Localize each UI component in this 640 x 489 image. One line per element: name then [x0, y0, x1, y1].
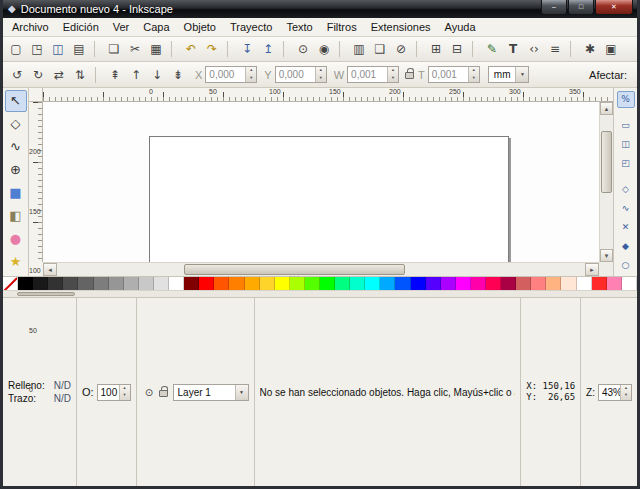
zoom-input[interactable]: 43% ▲▼: [598, 384, 632, 401]
fill-value[interactable]: N/D: [54, 380, 71, 391]
group-button[interactable]: ⊞: [426, 39, 446, 59]
swatch-969696[interactable]: [109, 277, 124, 290]
lower-to-bottom-button[interactable]: ⇟: [168, 65, 188, 85]
menu-edicion[interactable]: Edición: [56, 18, 106, 36]
swatch-e1e1e1[interactable]: [154, 277, 169, 290]
spinner-arrows[interactable]: ▲▼: [245, 67, 256, 82]
swatch-ffb380[interactable]: [546, 277, 561, 290]
flip-horizontal-button[interactable]: ⇄: [49, 65, 69, 85]
maximize-button[interactable]: □: [568, 0, 594, 15]
swatch-4b4b4b[interactable]: [63, 277, 78, 290]
swatch-ff5500[interactable]: [214, 277, 229, 290]
close-button[interactable]: ✕: [595, 0, 633, 15]
menu-ayuda[interactable]: Ayuda: [438, 18, 483, 36]
swatch-ffaa00[interactable]: [245, 277, 260, 290]
unit-select[interactable]: mm ▼: [488, 66, 530, 83]
vertical-ruler[interactable]: 200150100500: [29, 102, 43, 262]
menu-filtros[interactable]: Filtros: [320, 18, 364, 36]
swatch-ff00aa[interactable]: [471, 277, 486, 290]
scrollbar-handle[interactable]: ···: [184, 264, 406, 275]
menu-objeto[interactable]: Objeto: [177, 18, 223, 36]
print-button[interactable]: ▤: [69, 39, 89, 59]
raise-button[interactable]: ↑: [126, 65, 146, 85]
unlink-clone-button[interactable]: ⊘: [391, 39, 411, 59]
swatch-d35f5f[interactable]: [516, 277, 531, 290]
swatch-00ff00[interactable]: [320, 277, 335, 290]
swatch-ff0055[interactable]: [486, 277, 501, 290]
scrollbar-handle[interactable]: [601, 131, 612, 193]
import-button[interactable]: ↧: [237, 39, 257, 59]
swatch-191919[interactable]: [33, 277, 48, 290]
swatch-afafaf[interactable]: [124, 277, 139, 290]
rectangle-tool[interactable]: ■: [5, 182, 27, 204]
document-properties-button[interactable]: ▣: [601, 39, 621, 59]
swatch-00aaff[interactable]: [380, 277, 395, 290]
swatch-0000ff[interactable]: [411, 277, 426, 290]
menu-capa[interactable]: Capa: [136, 18, 176, 36]
menu-archivo[interactable]: Archivo: [5, 18, 56, 36]
text-dialog-button[interactable]: T: [503, 39, 523, 59]
lock-ratio-icon[interactable]: [405, 72, 414, 79]
menu-extensiones[interactable]: Extensiones: [364, 18, 438, 36]
redo-button[interactable]: ↷: [202, 39, 222, 59]
opacity-input[interactable]: 100 ▲▼: [97, 384, 131, 401]
rotate-90-cw-button[interactable]: ↻: [28, 65, 48, 85]
preferences-button[interactable]: ✱: [580, 39, 600, 59]
box3d-tool[interactable]: ◧: [5, 205, 27, 227]
flip-vertical-button[interactable]: ⇅: [70, 65, 90, 85]
swatch-646464[interactable]: [78, 277, 93, 290]
align-dialog-button[interactable]: ≡: [545, 39, 565, 59]
export-button[interactable]: ↥: [258, 39, 278, 59]
swatch-5500ff[interactable]: [426, 277, 441, 290]
spinner-arrows[interactable]: ▲▼: [119, 385, 130, 400]
swatch-000000[interactable]: [18, 277, 33, 290]
swatch-800000[interactable]: [184, 277, 199, 290]
title-bar[interactable]: ◆ Documento nuevo 4 - Inkscape – □ ✕: [3, 0, 637, 18]
spinner-arrows[interactable]: ▲▼: [315, 67, 326, 82]
swatch-aa00ff[interactable]: [441, 277, 456, 290]
layer-select[interactable]: Layer 1 ▼: [173, 384, 249, 401]
swatch-none[interactable]: [3, 277, 18, 290]
scrollbar-track[interactable]: ···: [57, 263, 585, 276]
document-page[interactable]: [149, 136, 509, 262]
spinner-arrows[interactable]: ▲▼: [387, 67, 398, 82]
zoom-drawing-button[interactable]: ⊙: [293, 39, 313, 59]
snap-bbox-corner-button[interactable]: ◰: [617, 155, 635, 172]
open-document-button[interactable]: ◳: [27, 39, 47, 59]
swatch-ffe6d5[interactable]: [561, 277, 576, 290]
xml-editor-button[interactable]: ‹›: [524, 39, 544, 59]
snap-smooth-node-button[interactable]: ○: [617, 257, 635, 274]
rotate-90-ccw-button[interactable]: ↺: [7, 65, 27, 85]
spinner-arrows[interactable]: ▲▼: [468, 67, 479, 82]
swatch-55ff00[interactable]: [305, 277, 320, 290]
zoom-page-button[interactable]: ◉: [314, 39, 334, 59]
snap-bbox-edge-button[interactable]: ◫: [617, 136, 635, 153]
height-input[interactable]: 0,001 ▲▼: [428, 66, 480, 83]
swatch-ff2a2a[interactable]: [592, 277, 607, 290]
x-input[interactable]: 0,000 ▲▼: [205, 66, 257, 83]
cut-button[interactable]: ✂: [125, 39, 145, 59]
scrollbar-track[interactable]: [600, 115, 613, 249]
swatch-ff80b2[interactable]: [607, 277, 622, 290]
swatch-ff00ff[interactable]: [456, 277, 471, 290]
palette-scrollbar[interactable]: [3, 290, 637, 297]
tweak-tool[interactable]: ∿: [5, 136, 27, 158]
layer-lock-icon[interactable]: [159, 390, 168, 397]
swatch-7d7d7d[interactable]: [94, 277, 109, 290]
horizontal-ruler[interactable]: 050100150200250300350: [43, 88, 613, 102]
ungroup-button[interactable]: ⊟: [447, 39, 467, 59]
save-document-button[interactable]: ◫: [48, 39, 68, 59]
stroke-value[interactable]: N/D: [54, 393, 71, 404]
swatch-ff8080[interactable]: [531, 277, 546, 290]
star-tool[interactable]: ★: [5, 251, 27, 273]
raise-to-top-button[interactable]: ⇞: [105, 65, 125, 85]
new-document-button[interactable]: ▢: [6, 39, 26, 59]
swatch-ffffff[interactable]: [577, 277, 592, 290]
menu-trayecto[interactable]: Trayecto: [223, 18, 279, 36]
horizontal-scrollbar[interactable]: ◄ ··· ►: [43, 262, 599, 276]
y-input[interactable]: 0,000 ▲▼: [275, 66, 327, 83]
swatch-ff8000[interactable]: [229, 277, 244, 290]
scroll-left-button[interactable]: ◄: [43, 263, 57, 276]
copy-button[interactable]: ❏: [104, 39, 124, 59]
swatch-ffff00[interactable]: [275, 277, 290, 290]
